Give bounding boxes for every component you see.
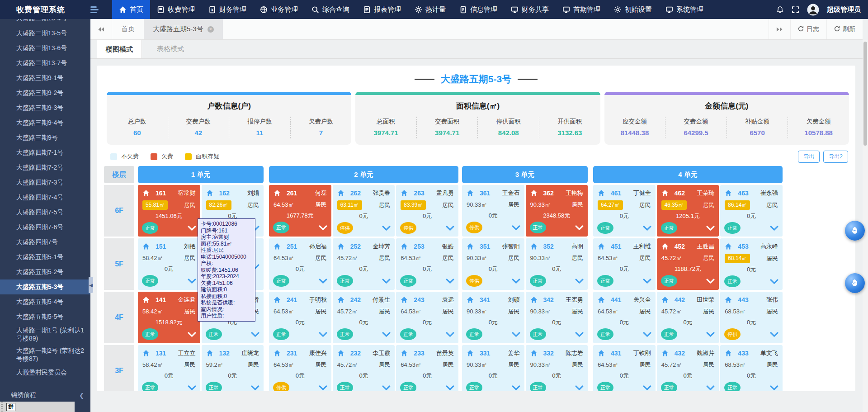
nav-item-2[interactable]: ¥财务管理 (202, 0, 253, 19)
chevron-down-icon[interactable] (319, 279, 327, 284)
sidebar-item-19[interactable]: 大盛路五期5-4号 (0, 294, 90, 309)
chevron-down-icon[interactable] (706, 226, 715, 231)
chevron-down-icon[interactable] (382, 385, 391, 390)
chevron-down-icon[interactable] (319, 225, 327, 230)
room-cell-251[interactable]: 251孙启福64.53㎡居民0元正常 (269, 238, 331, 290)
sidebar-item-11[interactable]: 大盛路四期7-3号 (0, 175, 90, 190)
room-cell-431[interactable]: 431丁铁刚64.53㎡居民0元正常 (593, 345, 656, 391)
room-cell-331[interactable]: 331姜华90.33㎡居民0元正常 (462, 345, 524, 391)
room-cell-242[interactable]: 242付景生45.72㎡居民0元正常 (333, 292, 395, 343)
chevron-down-icon[interactable] (319, 385, 327, 390)
floating-hand-button-2[interactable] (845, 273, 865, 293)
room-cell-131[interactable]: 131王立立58.42㎡居民0元正常 (138, 345, 200, 391)
room-cell-351[interactable]: 351张智阳90.33㎡居民0元停供 (462, 238, 524, 290)
room-cell-433[interactable]: 433单文飞68.53㎡居民0元正常 (720, 345, 783, 391)
chevron-down-icon[interactable] (575, 385, 584, 390)
chevron-down-icon[interactable] (446, 332, 454, 337)
scrollbar-thumb[interactable] (863, 42, 867, 146)
chevron-down-icon[interactable] (446, 279, 454, 284)
sidebar-item-15[interactable]: 大盛路四期7号 (0, 235, 90, 250)
chevron-down-icon[interactable] (382, 226, 391, 231)
sidebar-item-16[interactable]: 大盛路五期5-1号 (0, 250, 90, 265)
chevron-down-icon[interactable] (188, 385, 196, 390)
chevron-down-icon[interactable] (575, 225, 584, 230)
log-button[interactable]: 日志 (790, 19, 826, 39)
nav-item-6[interactable]: 热计量 (408, 0, 453, 19)
export-button[interactable]: 导出 (798, 151, 820, 163)
sidebar-item-2[interactable]: 大盛路二期13-6号 (0, 41, 90, 56)
sidebar-item-0[interactable]: 大盛路二期13-4号 (0, 19, 90, 26)
chevron-down-icon[interactable] (319, 332, 327, 337)
chevron-down-icon[interactable] (382, 332, 391, 337)
sidebar-item-3[interactable]: 大盛路二期13-7号 (0, 56, 90, 71)
room-cell-232[interactable]: 232李玉霞45.72㎡居民0元正常 (333, 345, 395, 391)
fullscreen-icon[interactable] (792, 6, 799, 14)
sidebar-item-23[interactable]: 大溵堡村民委员会 (0, 365, 90, 380)
sidebar-item-10[interactable]: 大盛路四期7-2号 (0, 160, 90, 175)
chevron-down-icon[interactable] (575, 332, 584, 337)
room-cell-253[interactable]: 253银皓64.53㎡居民0元正常 (396, 238, 458, 290)
tab-table-view[interactable]: 表格模式 (148, 40, 193, 58)
room-cell-361[interactable]: 361王金石90.33㎡居民0元停供 (462, 185, 524, 237)
sidebar-item-20[interactable]: 大盛路五期5-5号 (0, 309, 90, 324)
export2-button[interactable]: 导出2 (823, 151, 848, 163)
room-cell-451[interactable]: 451王利维64.53㎡居民0元正常 (593, 238, 656, 290)
chevron-down-icon[interactable] (575, 279, 584, 284)
chevron-down-icon[interactable] (446, 226, 454, 231)
room-cell-261[interactable]: 261何磊64.53㎡居民1677.78元正常 (269, 185, 331, 237)
room-cell-342[interactable]: 342王宪勇90.33㎡居民0元正常 (526, 292, 588, 343)
sidebar-item-6[interactable]: 大盛路三期9-3号 (0, 100, 90, 115)
tab-floor-view[interactable]: 楼图模式 (97, 40, 142, 58)
nav-item-8[interactable]: 财务共享 (504, 0, 556, 19)
sidebar-item-13[interactable]: 大盛路四期7-5号 (0, 205, 90, 220)
room-cell-252[interactable]: 252金坤芳45.72㎡居民0元正常 (333, 238, 395, 290)
room-cell-231[interactable]: 231康佳兴64.53㎡居民0元停供 (269, 345, 331, 391)
sidebar-item-9[interactable]: 大盛路四期7-1号 (0, 145, 90, 160)
chevron-down-icon[interactable] (643, 385, 651, 390)
sidebar-item-22[interactable]: 大盛路一期2号 (荣利达2号楼87) (0, 345, 90, 365)
tab-home[interactable]: 首页 (112, 19, 144, 39)
sidebar-section-footer[interactable]: 锦绣前程 ❮ (0, 391, 90, 399)
floating-hand-button-1[interactable] (845, 221, 865, 241)
chevron-down-icon[interactable] (512, 279, 520, 284)
chevron-down-icon[interactable] (251, 332, 259, 337)
avatar[interactable] (807, 4, 819, 16)
refresh-button[interactable]: 刷新 (826, 19, 863, 39)
chevron-down-icon[interactable] (512, 225, 520, 230)
nav-item-1[interactable]: 收费管理 (150, 0, 202, 19)
sidebar-item-4[interactable]: 大盛路三期9-1号 (0, 71, 90, 85)
room-cell-233[interactable]: 233苗景英64.53㎡居民0元正常 (396, 345, 458, 391)
ime-mode-indicator[interactable]: 拼 (6, 403, 15, 411)
room-cell-452[interactable]: 452王胜昌45.72㎡居民1188.72元正常 (657, 238, 719, 290)
nav-item-9[interactable]: 首期管理 (556, 0, 607, 19)
nav-item-7[interactable]: 信息管理 (453, 0, 504, 19)
room-cell-141[interactable]: 141金连君58.42㎡居民1518.92元正常 (138, 292, 200, 343)
chevron-down-icon[interactable] (770, 385, 778, 390)
room-cell-341[interactable]: 341刘硕90.33㎡居民0元正常 (462, 292, 524, 343)
ime-drag-handle[interactable] (1, 402, 3, 412)
room-cell-443[interactable]: 443张伟68.53㎡居民0元停供 (720, 292, 783, 343)
bell-icon[interactable] (776, 6, 784, 14)
nav-item-0[interactable]: 首页 (112, 0, 150, 19)
nav-item-5[interactable]: 报表管理 (356, 0, 408, 19)
chevron-down-icon[interactable] (770, 279, 778, 284)
room-cell-151[interactable]: 151刘艳58.42㎡居民0元正常 (138, 238, 200, 290)
room-cell-453[interactable]: 453高永峰68.14㎡居民0元正常 (720, 238, 783, 290)
chevron-down-icon[interactable] (706, 279, 715, 284)
room-cell-442[interactable]: 442田世荣45.72㎡居民0元正常 (657, 292, 719, 343)
room-cell-463[interactable]: 463崔永强86.14㎡居民0元正常 (720, 185, 783, 237)
close-icon[interactable]: × (208, 26, 214, 33)
nav-item-11[interactable]: 系统管理 (659, 0, 710, 19)
nav-item-4[interactable]: 综合查询 (305, 0, 356, 19)
scroll-tabs-right-icon[interactable] (769, 19, 790, 39)
chevron-down-icon[interactable] (512, 385, 520, 390)
scroll-tabs-left-icon[interactable] (90, 19, 112, 39)
chevron-down-icon[interactable] (770, 226, 778, 231)
sidebar-item-18[interactable]: 大盛路五期5-3号 (0, 279, 90, 294)
sidebar-item-17[interactable]: 大盛路五期5-2号 (0, 265, 90, 279)
chevron-down-icon[interactable] (188, 332, 196, 337)
room-cell-132[interactable]: 132庄晓龙59.2㎡居民0元正常 (202, 345, 264, 391)
chevron-down-icon[interactable] (706, 332, 715, 337)
chevron-down-icon[interactable] (770, 332, 778, 337)
menu-toggle-icon[interactable] (90, 0, 104, 19)
